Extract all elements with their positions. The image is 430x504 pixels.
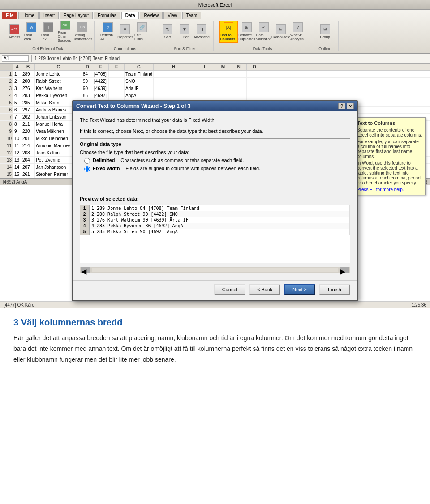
- cell-d[interactable]: 90: [82, 78, 93, 85]
- name-box[interactable]: A1: [2, 55, 29, 62]
- cell-e[interactable]: [4639]: [93, 85, 109, 92]
- excel-corner: [0, 64, 13, 70]
- tab-view[interactable]: View: [163, 12, 181, 19]
- edit-links-button[interactable]: 🔗 Edit Links: [134, 21, 150, 43]
- cell-i[interactable]: [194, 92, 215, 99]
- sort-button[interactable]: ⇅ Sort: [159, 21, 176, 43]
- radio-delimited-input[interactable]: [84, 158, 90, 164]
- access-button[interactable]: Acc Access: [6, 21, 22, 43]
- cell-f[interactable]: [109, 78, 125, 85]
- cell-h[interactable]: [154, 71, 194, 77]
- cell-e[interactable]: [4422]: [93, 78, 109, 85]
- connections-button[interactable]: Cn Existing Connections: [74, 21, 90, 43]
- cell-c[interactable]: Pekka Hyvönen: [35, 92, 82, 99]
- cell-h[interactable]: [154, 78, 194, 85]
- cell-g[interactable]: AngA: [125, 92, 154, 99]
- tab-home[interactable]: Home: [18, 12, 39, 19]
- cell-g[interactable]: SNO: [125, 78, 154, 85]
- tab-page-layout[interactable]: Page Layout: [60, 12, 93, 19]
- cell-g[interactable]: Team Finland: [125, 71, 154, 77]
- cell-o[interactable]: [247, 85, 262, 92]
- ribbon-group-data-tools: |A| Text to Columns ⊞ Remove Duplicates …: [215, 21, 310, 51]
- dialog-close-button[interactable]: ✕: [347, 103, 354, 109]
- cell-g[interactable]: Ärla IF: [125, 85, 154, 92]
- dialog-help-button[interactable]: ?: [338, 103, 345, 109]
- cell-h[interactable]: [154, 92, 194, 99]
- refresh-all-button[interactable]: ↻ Refresh All: [100, 21, 116, 43]
- remove-duplicates-button[interactable]: ⊞ Remove Duplicates: [239, 21, 255, 43]
- preview-label: Preview of selected data:: [80, 196, 350, 201]
- scrollbar-left-arrow[interactable]: ◀: [81, 267, 90, 273]
- next-button[interactable]: Next >: [284, 284, 315, 295]
- text-to-columns-button[interactable]: |A| Text to Columns: [219, 21, 238, 43]
- col-header-o: O: [247, 64, 262, 70]
- cell-a[interactable]: 4: [13, 92, 22, 99]
- cell-i[interactable]: [194, 71, 215, 77]
- cell-b[interactable]: 200: [22, 78, 35, 85]
- cell-f[interactable]: [109, 92, 125, 99]
- dialog-window-controls: ? ✕: [338, 103, 354, 109]
- tab-insert[interactable]: Insert: [39, 12, 59, 19]
- scrollbar-right-arrow[interactable]: ▶: [340, 267, 349, 273]
- table-row[interactable]: 3 3 276 Karl Walheim 90 [4639] Ärla IF: [0, 85, 430, 92]
- cell-e[interactable]: [4692]: [93, 92, 109, 99]
- cell-f[interactable]: [109, 85, 125, 92]
- cell-n[interactable]: [231, 92, 247, 99]
- data-validation-button[interactable]: ✓ Data Validation: [256, 21, 272, 43]
- filter-button[interactable]: ▼ Filter: [176, 21, 193, 43]
- table-row[interactable]: 1 1 289 Jonne Lehto 84 [4708] Team Finla…: [0, 71, 430, 78]
- web-button[interactable]: W From Web: [23, 21, 39, 43]
- cell-m[interactable]: [215, 85, 231, 92]
- cell-o[interactable]: [247, 92, 262, 99]
- cell-a[interactable]: 1: [13, 71, 22, 77]
- cancel-button[interactable]: Cancel: [214, 284, 245, 295]
- table-row[interactable]: 4 4 283 Pekka Hyvönen 86 [4692] AngA: [0, 92, 430, 99]
- cell-m[interactable]: [215, 92, 231, 99]
- cell-i[interactable]: [194, 78, 215, 85]
- cell-b[interactable]: 276: [22, 85, 35, 92]
- advanced-button[interactable]: ⇉ Advanced: [194, 21, 210, 43]
- cell-c[interactable]: Ralph Street: [35, 78, 82, 85]
- consolidate-button[interactable]: ⊟ Consolidate: [273, 21, 289, 43]
- radio-delimited-label[interactable]: Delimited - Characters such as commas or…: [93, 158, 244, 163]
- preview-h-scrollbar[interactable]: ◀ ▶: [80, 267, 350, 273]
- cell-m[interactable]: [215, 71, 231, 77]
- cell-n[interactable]: [231, 71, 247, 77]
- text-button[interactable]: T From Text: [40, 21, 56, 43]
- cell-d[interactable]: 90: [82, 85, 93, 92]
- cell-b[interactable]: 289: [22, 71, 35, 77]
- cell-m[interactable]: [215, 78, 231, 85]
- radio-fixed-input[interactable]: [84, 166, 90, 172]
- cell-o[interactable]: [247, 71, 262, 77]
- finish-button[interactable]: Finish: [319, 284, 350, 295]
- group-button[interactable]: ⊞ Group: [317, 21, 333, 43]
- cell-a[interactable]: 2: [13, 78, 22, 85]
- tab-team[interactable]: Team: [182, 12, 201, 19]
- cell-d[interactable]: 84: [82, 71, 93, 77]
- cell-b[interactable]: 283: [22, 92, 35, 99]
- properties-button[interactable]: ≡ Properties: [117, 21, 133, 43]
- cell-h[interactable]: [154, 85, 194, 92]
- table-row[interactable]: 2 2 200 Ralph Street 90 [4422] SNO: [0, 78, 430, 85]
- back-button[interactable]: < Back: [249, 284, 280, 295]
- radio-fixed-label[interactable]: Fixed width - Fields are aligned in colu…: [93, 166, 260, 171]
- cell-c[interactable]: Jonne Lehto: [35, 71, 82, 77]
- cell-n[interactable]: [231, 78, 247, 85]
- cell-n[interactable]: [231, 85, 247, 92]
- tab-file[interactable]: File: [2, 12, 17, 19]
- cell-f[interactable]: [109, 71, 125, 77]
- preview-scroll[interactable]: 1 1 289 Jonne Lehto 84 [4708] Team Finla…: [80, 205, 350, 263]
- dialog-body: The Text Wizard has determined that your…: [73, 111, 357, 280]
- cell-c[interactable]: Karl Walheim: [35, 85, 82, 92]
- cell-d[interactable]: 86: [82, 92, 93, 99]
- cell-o[interactable]: [247, 78, 262, 85]
- other-sources-button[interactable]: Oth From Other Sources: [57, 21, 73, 43]
- cell-e[interactable]: [4708]: [93, 71, 109, 77]
- tab-review[interactable]: Review: [140, 12, 163, 19]
- tab-formulas[interactable]: Formulas: [94, 12, 120, 19]
- validation-icon: ✓: [259, 22, 269, 32]
- what-if-button[interactable]: ? What-If Analysis: [290, 21, 306, 43]
- cell-a[interactable]: 3: [13, 85, 22, 92]
- cell-i[interactable]: [194, 85, 215, 92]
- tab-data[interactable]: Data: [121, 12, 139, 19]
